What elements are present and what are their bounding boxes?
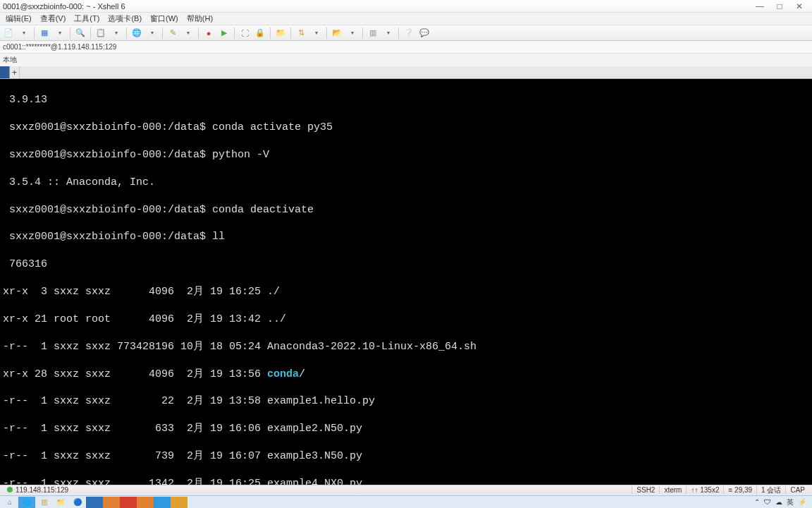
dropdown-icon[interactable]: ▾ <box>381 27 395 40</box>
address-text[interactable]: c0001::*********@1.119.148.115:129 <box>3 43 116 51</box>
tray-cloud-icon[interactable]: ☁ <box>775 498 782 506</box>
open-folder-icon[interactable]: 📂 <box>330 27 344 40</box>
task-app5-icon[interactable] <box>154 497 171 508</box>
task-app3-icon[interactable] <box>120 497 137 508</box>
terminal-line: xr-x 3 sxxz sxxz 4096 2月 19 16:25 ./ <box>3 285 809 298</box>
terminal-line: 3.5.4 :: Anaconda, Inc. <box>3 176 809 189</box>
terminal-line: xr-x 21 root root 4096 2月 19 13:42 ../ <box>3 313 809 326</box>
task-app1-icon[interactable] <box>86 497 103 508</box>
minimize-button[interactable]: — <box>750 1 770 11</box>
dropdown-icon[interactable]: ▾ <box>17 27 31 40</box>
addressbar: c0001::*********@1.119.148.115:129 <box>0 41 812 54</box>
maximize-button[interactable]: □ <box>770 1 789 11</box>
os-taskbar: ⌂ 🌐 ▥ 📁 🔵 ⌃ 🛡 ☁ 英 ⚡ <box>0 495 812 508</box>
task-folder-icon[interactable]: 📁 <box>52 497 69 508</box>
dropdown-icon[interactable]: ▾ <box>309 27 324 40</box>
terminal-line: -r-- 1 sxxz sxxz 1342 2月 19 16:25 exampl… <box>3 477 809 485</box>
copy-icon[interactable]: 📋 <box>94 27 108 40</box>
task-explorer-icon[interactable]: 🌐 <box>18 497 35 508</box>
transfer-icon[interactable]: ⇅ <box>294 27 308 40</box>
conda-dir: conda <box>267 368 299 380</box>
status-pos: ≡ 29,39 <box>723 486 756 494</box>
open-icon[interactable]: ▦ <box>37 27 51 40</box>
dropdown-icon[interactable]: ▾ <box>53 27 67 40</box>
status-sessions: 1 会话 <box>756 485 785 495</box>
new-session-icon[interactable]: 📄 <box>1 27 16 40</box>
task-app6-icon[interactable] <box>171 497 187 508</box>
menu-edit[interactable]: 编辑(E) <box>1 13 36 24</box>
dropdown-icon[interactable]: ▾ <box>345 27 359 40</box>
fullscreen-icon[interactable]: ⛶ <box>238 27 252 40</box>
start-icon[interactable]: ⌂ <box>1 497 18 508</box>
add-tab-button[interactable]: + <box>10 66 20 78</box>
status-cap: CAP <box>785 486 809 494</box>
status-term: xterm <box>659 486 686 494</box>
crumb-local[interactable]: 本地 <box>3 55 17 65</box>
terminal-line: -r-- 1 sxxz sxxz 773428196 10月 18 05:24 … <box>3 340 809 353</box>
menu-help[interactable]: 帮助(H) <box>183 13 217 24</box>
window-title: 0001@sxxzbioinfo-000: ~ - Xshell 6 <box>3 2 125 11</box>
task-fileexp-icon[interactable]: ▥ <box>35 497 52 508</box>
tray-ime[interactable]: 英 <box>787 497 794 507</box>
terminal-line: -r-- 1 sxxz sxxz 739 2月 19 16:07 example… <box>3 449 809 463</box>
menu-window[interactable]: 窗口(W) <box>146 13 183 24</box>
task-app2-icon[interactable] <box>103 497 120 508</box>
task-app4-icon[interactable] <box>137 497 154 508</box>
toolbar: 📄 ▾ ▦ ▾ 🔍 📋 ▾ 🌐 ▾ ✎ ▾ ● ▶ ⛶ 🔒 📁 ⇅ ▾ 📂 ▾ … <box>0 25 812 41</box>
highlight-icon[interactable]: ✎ <box>166 27 180 40</box>
terminal-line: sxxz0001@sxxzbioinfo-000:/data$ conda ac… <box>3 121 809 134</box>
dropdown-icon[interactable]: ▾ <box>181 27 195 40</box>
status-ssh: SSH2 <box>632 486 659 494</box>
statusbar: 119.148.115:129 SSH2 xterm ↑↑ 135x2 ≡ 29… <box>0 485 812 495</box>
session-tab[interactable] <box>0 66 10 78</box>
terminal-line: sxxz0001@sxxzbioinfo-000:/data$ python -… <box>3 148 809 162</box>
terminal-line: -r-- 1 sxxz sxxz 22 2月 19 13:58 example1… <box>3 394 809 408</box>
globe-icon[interactable]: 🌐 <box>130 27 144 40</box>
terminal-line: xr-x 28 sxxz sxxz 4096 2月 19 13:56 conda… <box>3 368 809 381</box>
folder-icon[interactable]: 📁 <box>273 27 288 40</box>
play-icon[interactable]: ▶ <box>217 27 231 40</box>
tray-security-icon[interactable]: 🛡 <box>764 498 771 506</box>
system-tray: ⌃ 🛡 ☁ 英 ⚡ <box>754 497 811 507</box>
layout-icon[interactable]: ▥ <box>366 27 380 40</box>
lock-icon[interactable]: 🔒 <box>253 27 267 40</box>
close-button[interactable]: ✕ <box>789 1 809 11</box>
find-icon[interactable]: 🔍 <box>73 27 87 40</box>
menu-view[interactable]: 查看(V) <box>36 13 70 24</box>
crumbbar: 本地 <box>0 54 812 66</box>
dropdown-icon[interactable]: ▾ <box>145 27 159 40</box>
terminal-line: 766316 <box>3 258 809 271</box>
record-icon[interactable]: ● <box>202 27 216 40</box>
titlebar: 0001@sxxzbioinfo-000: ~ - Xshell 6 — □ ✕ <box>0 0 812 13</box>
status-size: ↑↑ 135x2 <box>686 486 723 494</box>
status-host: 119.148.115:129 <box>3 486 73 494</box>
chat-icon[interactable]: 💬 <box>417 27 431 40</box>
terminal-line: -r-- 1 sxxz sxxz 633 2月 19 16:06 example… <box>3 422 809 435</box>
connected-icon <box>7 487 13 492</box>
menubar: 编辑(E) 查看(V) 工具(T) 选项卡(B) 窗口(W) 帮助(H) <box>0 13 812 25</box>
tabstrip: + <box>0 66 812 79</box>
terminal-line: sxxz0001@sxxzbioinfo-000:/data$ conda de… <box>3 203 809 217</box>
tray-net-icon[interactable]: ⚡ <box>798 498 806 506</box>
terminal-line: 3.9.13 <box>3 93 809 107</box>
help-icon[interactable]: ❔ <box>402 27 416 40</box>
terminal[interactable]: 3.9.13 sxxz0001@sxxzbioinfo-000:/data$ c… <box>0 79 812 485</box>
dropdown-icon[interactable]: ▾ <box>109 27 123 40</box>
menu-tools[interactable]: 工具(T) <box>70 13 104 24</box>
terminal-line: sxxz0001@sxxzbioinfo-000:/data$ ll <box>3 230 809 243</box>
menu-tabs[interactable]: 选项卡(B) <box>104 13 146 24</box>
tray-up-icon[interactable]: ⌃ <box>754 498 760 506</box>
task-chrome-icon[interactable]: 🔵 <box>69 497 86 508</box>
